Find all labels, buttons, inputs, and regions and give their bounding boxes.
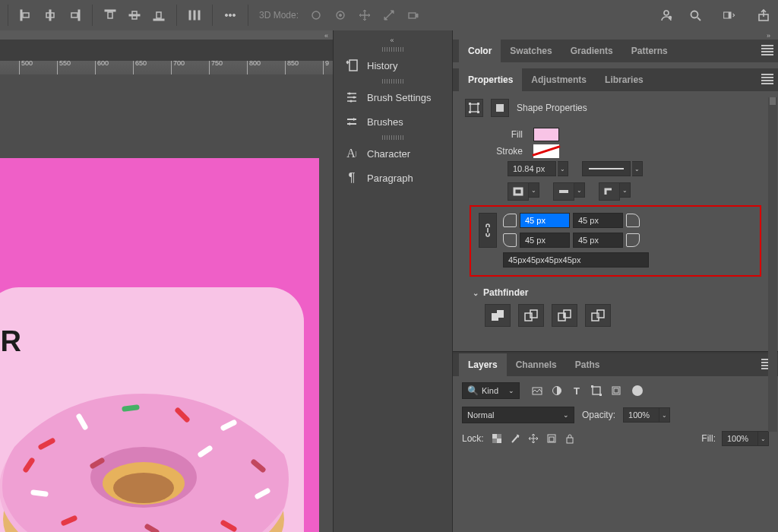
corner-bl-field[interactable]: 45 px [520,233,570,248]
filter-type-icon[interactable]: T [570,384,584,397]
right-collapse-icon[interactable]: » [453,30,778,40]
panel-item-character[interactable]: A| Character [334,141,452,166]
collapse-arrows-icon[interactable]: « [334,36,452,46]
pathfinder-minus-front-icon[interactable] [518,304,544,327]
3d-scale-icon[interactable] [379,5,399,25]
panel-drag-handle[interactable] [382,47,403,52]
corner-tl-field[interactable]: 45 px [520,213,570,228]
tab-color[interactable]: Color [459,40,501,62]
stroke-row: Stroke [492,144,766,158]
lock-image-icon[interactable] [508,432,522,445]
tab-paths[interactable]: Paths [566,353,609,376]
filter-adjust-icon[interactable] [550,384,564,397]
chevron-down-icon[interactable]: ⌄ [659,407,670,423]
fill-opacity-field[interactable]: 100% [722,431,758,446]
panel-item-paragraph[interactable]: ¶ Paragraph [334,166,452,190]
tab-libraries[interactable]: Libraries [596,68,653,91]
tab-adjustments[interactable]: Adjustments [522,68,596,91]
opacity-field[interactable]: 100% [623,407,659,423]
align-hcenter-icon[interactable] [40,5,60,25]
chevron-down-icon[interactable]: ⌄ [620,182,631,198]
ruler-tick: 550 [59,61,71,67]
right-panels-column: » Color Swatches Gradients Patterns Prop… [453,30,778,532]
pathfinder-unite-icon[interactable] [485,304,511,327]
tab-properties[interactable]: Properties [459,68,522,91]
pathfinder-intersect-icon[interactable] [552,304,577,327]
stroke-align-icon[interactable] [508,182,529,201]
tab-swatches[interactable]: Swatches [501,40,561,62]
chevron-down-icon[interactable]: ⌄ [758,431,769,446]
workspace-switcher[interactable] [714,5,745,25]
panel-drag-handle[interactable] [382,135,403,140]
chevron-down-icon[interactable]: ⌄ [529,182,539,198]
panel-item-brushes[interactable]: Brushes [334,109,452,134]
panel-item-brush-settings[interactable]: Brush Settings [334,85,452,109]
svg-rect-58 [477,103,479,105]
lock-transparency-icon[interactable] [490,432,504,445]
svg-rect-62 [514,188,522,195]
3d-orbit-icon[interactable] [306,5,326,25]
stroke-width-dropdown[interactable]: ⌄ [558,161,568,176]
lock-position-icon[interactable] [527,432,540,445]
tab-gradients[interactable]: Gradients [561,40,622,62]
corner-tr-field[interactable]: 45 px [573,213,623,228]
pathfinder-header[interactable]: ⌄Pathfinder [473,287,766,298]
distribute-h-icon[interactable] [185,5,204,25]
tab-layers[interactable]: Layers [459,353,507,376]
svg-point-17 [232,14,235,16]
align-right-icon[interactable] [65,5,84,25]
3d-move-icon[interactable] [355,5,375,25]
svg-rect-83 [567,438,573,443]
fill-swatch[interactable] [533,128,559,141]
filter-smart-icon[interactable] [609,384,623,397]
doc-collapse-icon[interactable]: « [0,30,333,40]
lock-artboard-icon[interactable] [545,432,558,445]
more-options-icon[interactable] [220,5,240,25]
stroke-width-field[interactable]: 10.84 px [508,161,556,176]
panel-menu-icon[interactable] [761,45,773,55]
link-corners-button[interactable] [479,213,497,248]
filter-shape-icon[interactable] [590,384,603,397]
filter-pixel-icon[interactable] [530,384,544,397]
live-shape-icon[interactable] [491,99,509,117]
pathfinder-exclude-icon[interactable] [585,304,611,327]
corner-radius-section: 45 px 45 px 45 px 45 px 45px45px45px45px [470,205,761,277]
horizontal-ruler[interactable]: 500 550 600 650 700 750 800 850 9 [0,61,333,74]
layers-blend-row: Normal⌄ Opacity: 100%⌄ [462,407,769,423]
donut-illustration[interactable] [0,363,299,532]
panel-menu-icon[interactable] [761,74,773,84]
filter-toggle[interactable] [632,385,643,396]
stroke-swatch[interactable] [533,144,559,158]
panel-item-history[interactable]: History [334,53,452,78]
stroke-corners-icon[interactable] [599,182,620,201]
tab-channels[interactable]: Channels [507,353,566,376]
3d-camera-icon[interactable] [403,5,423,25]
tab-patterns[interactable]: Patterns [622,40,677,62]
3d-rotate-icon[interactable] [330,5,350,25]
align-vcenter-icon[interactable] [125,5,144,25]
corner-br-field[interactable]: 45 px [573,233,623,248]
corner-combined-field[interactable]: 45px45px45px45px [503,252,649,268]
transform-icon[interactable] [465,99,483,117]
heading-text: OR [0,325,22,358]
pathfinder-label: Pathfinder [483,287,528,298]
lock-all-icon[interactable] [563,432,577,445]
user-icon[interactable]: + [656,5,676,25]
properties-scrollbar[interactable] [768,97,777,432]
chevron-down-icon[interactable]: ⌄ [574,182,585,198]
align-left-icon[interactable] [16,5,36,25]
share-icon[interactable] [754,5,773,25]
document-tabs[interactable] [0,40,333,61]
stroke-caps-icon[interactable] [553,182,574,201]
canvas[interactable]: OR [0,74,333,532]
search-icon[interactable] [685,5,705,25]
blend-mode-dropdown[interactable]: Normal⌄ [462,407,574,423]
stroke-style-field[interactable] [582,161,631,176]
stroke-style-dropdown[interactable]: ⌄ [632,161,643,176]
panel-drag-handle[interactable] [382,79,403,84]
shape-properties-header: Shape Properties [465,99,766,117]
color-panel-tabs: Color Swatches Gradients Patterns [453,40,778,62]
layer-filter-kind[interactable]: 🔍Kind⌄ [462,382,520,399]
align-bottom-icon[interactable] [149,5,169,25]
align-top-icon[interactable] [100,5,120,25]
